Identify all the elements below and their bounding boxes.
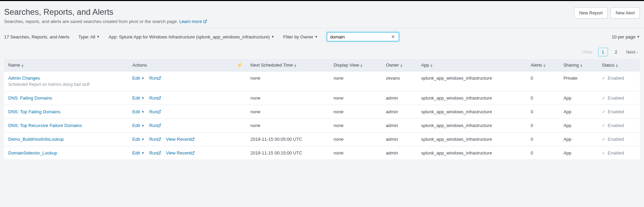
external-link-icon (191, 151, 195, 155)
table-row: Demo_BuildHostInfoLookupEdit▼Run View Re… (4, 133, 640, 146)
caret-down-icon: ▼ (315, 35, 318, 38)
svg-line-1 (159, 77, 161, 78)
results-count: 17 Searches, Reports, and Alerts (4, 34, 70, 39)
edit-action[interactable]: Edit▼ (132, 95, 144, 101)
run-action[interactable]: Run (149, 150, 161, 156)
run-action[interactable]: Run (149, 109, 161, 114)
cell-sharing: Private (559, 71, 598, 91)
page-title: Searches, Reports, and Alerts (4, 7, 207, 17)
sort-icon: ▲▼ (615, 64, 619, 67)
caret-down-icon: ▼ (141, 138, 144, 141)
cell-owner: admin (382, 133, 417, 146)
sort-icon: ▲▼ (580, 64, 583, 67)
new-alert-button[interactable]: New Alert (610, 7, 640, 19)
run-action[interactable]: Run (149, 95, 161, 101)
cell-app: splunk_app_windows_infrastructure (417, 91, 527, 105)
external-link-icon (157, 76, 161, 80)
col-status[interactable]: Status▲▼ (598, 59, 640, 71)
cell-sharing: App (559, 91, 598, 105)
app-filter[interactable]: App: Splunk App for Windows Infrastructu… (109, 34, 274, 39)
col-app[interactable]: App▲▼ (417, 59, 527, 71)
cell-next-scheduled: none (246, 71, 330, 91)
cell-alerts: 0 (526, 133, 559, 146)
edit-action[interactable]: Edit▼ (132, 150, 144, 156)
run-action[interactable]: Run (149, 123, 161, 128)
col-accelerated[interactable]: ⚡ (233, 59, 246, 71)
row-name-link[interactable]: DNS: Failing Domains (8, 95, 52, 101)
run-action[interactable]: Run (149, 137, 161, 142)
cell-status: ✓Enabled (602, 109, 636, 114)
svg-line-6 (193, 138, 194, 139)
caret-down-icon: ▼ (97, 35, 100, 38)
cell-status: ✓Enabled (602, 95, 636, 101)
cell-status: ✓Enabled (602, 150, 636, 156)
row-name-link[interactable]: DNS: Top Recursive Failure Domains (8, 123, 82, 128)
cell-app: splunk_app_windows_infrastructure (417, 119, 527, 133)
col-owner[interactable]: Owner▲▼ (382, 59, 417, 71)
search-input-wrap[interactable]: ✕ (327, 32, 399, 42)
edit-action[interactable]: Edit▼ (132, 109, 144, 114)
cell-display-view: none (329, 105, 382, 119)
page-1[interactable]: 1 (598, 48, 608, 56)
view-recent-action[interactable]: View Recent (166, 150, 195, 156)
row-name-link[interactable]: DNS: Top Failing Domains (8, 109, 60, 114)
row-name-link[interactable]: DomainSelector_Lookup (8, 150, 57, 156)
svg-line-2 (159, 96, 161, 98)
caret-down-icon: ▼ (141, 110, 144, 114)
view-recent-action[interactable]: View Recent (166, 137, 195, 142)
col-next-scheduled[interactable]: Next Scheduled Time▲▼ (246, 59, 330, 71)
type-filter[interactable]: Type: All ▼ (78, 34, 100, 39)
new-report-button[interactable]: New Report (574, 7, 608, 19)
page-2[interactable]: 2 (611, 48, 621, 56)
cell-next-scheduled: 2018-11-15 00:15:00 UTC (246, 146, 330, 160)
cell-owner: admin (382, 105, 417, 119)
next-page[interactable]: Next › (624, 48, 640, 56)
col-alerts[interactable]: Alerts▲▼ (526, 59, 559, 71)
svg-line-4 (159, 124, 161, 126)
cell-sharing: App (559, 146, 598, 160)
external-link-icon (157, 151, 161, 155)
col-display-view[interactable]: Display View▲▼ (329, 59, 382, 71)
page-description: Searches, reports, and alerts are saved … (4, 19, 207, 24)
clear-search-icon[interactable]: ✕ (390, 34, 396, 39)
cell-app: splunk_app_windows_infrastructure (417, 105, 527, 119)
edit-action[interactable]: Edit▼ (132, 76, 144, 81)
cell-display-view: none (329, 91, 382, 105)
check-icon: ✓ (602, 150, 606, 156)
cell-app: splunk_app_windows_infrastructure (417, 133, 527, 146)
svg-line-7 (159, 151, 161, 153)
external-link-icon (157, 124, 161, 127)
search-input[interactable] (330, 34, 390, 39)
svg-line-0 (205, 20, 207, 22)
lightning-icon: ⚡ (237, 62, 242, 68)
svg-line-3 (159, 110, 161, 112)
cell-status: ✓Enabled (602, 137, 636, 142)
cell-sharing: App (559, 105, 598, 119)
cell-next-scheduled: 2018-11-15 00:05:00 UTC (246, 133, 330, 146)
check-icon: ✓ (602, 109, 606, 114)
cell-next-scheduled: none (246, 119, 330, 133)
col-name[interactable]: Name▲▼ (4, 59, 128, 71)
edit-action[interactable]: Edit▼ (132, 123, 144, 128)
sort-icon: ▲▼ (400, 64, 403, 67)
svg-line-8 (193, 151, 194, 153)
cell-status: ✓Enabled (602, 76, 636, 81)
row-name-link[interactable]: Demo_BuildHostInfoLookup (8, 137, 64, 142)
owner-filter[interactable]: Filter by Owner ▼ (283, 34, 318, 39)
row-subtitle: Scheduled Report on Admins doing bad stu… (8, 82, 124, 87)
sort-icon: ▲▼ (430, 64, 433, 67)
table-row: Admin ChangesScheduled Report on Admins … (4, 71, 640, 91)
cell-display-view: none (329, 71, 382, 91)
col-sharing[interactable]: Sharing▲▼ (559, 59, 598, 71)
cell-owner: zevans (382, 71, 417, 91)
caret-down-icon: ▼ (141, 77, 144, 80)
col-actions: Actions (128, 59, 233, 71)
caret-down-icon: ▼ (637, 35, 640, 38)
prev-page: ‹ Prev (579, 48, 594, 56)
edit-action[interactable]: Edit▼ (132, 137, 144, 142)
row-name-link[interactable]: Admin Changes (8, 76, 40, 81)
cell-alerts: 0 (526, 146, 559, 160)
learn-more-link[interactable]: Learn more (179, 19, 207, 24)
per-page-select[interactable]: 10 per page ▼ (612, 34, 640, 39)
run-action[interactable]: Run (149, 76, 161, 81)
